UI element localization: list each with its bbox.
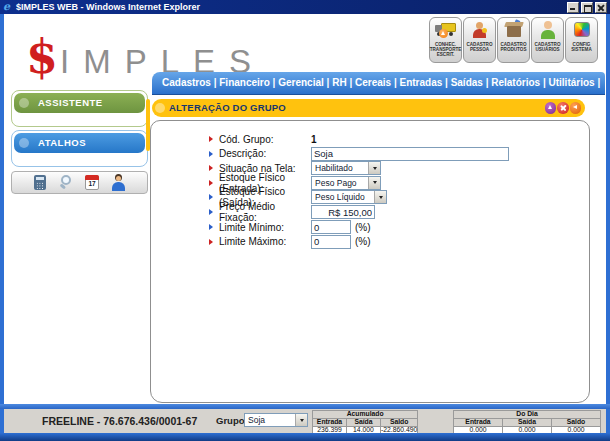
acumulado-table: Acumulado Entrada Saída Saldo 236.399 14… [312,410,418,434]
dropdown-arrow-icon [368,162,380,174]
atalhos-label: ATALHOS [38,137,86,148]
status-bar: FREELINE - 76.676.436/0001-67 Grupo: Soj… [4,409,606,433]
preco-medio-input[interactable] [311,205,375,219]
limite-minimo-input[interactable] [311,220,351,234]
panel-collapse-button[interactable] [545,102,557,114]
limite-minimo-suffix: (%) [355,222,371,233]
window-titlebar: e $IMPLES WEB - Windows Internet Explore… [0,0,610,14]
avatar-icon[interactable] [110,174,127,192]
main-menu-bar: Cadastros Financeiro Gerencial RH Cereai… [152,72,605,95]
menu-item-relatorios[interactable]: Relatórios [491,77,548,88]
toolbar-button-label: CADASTRO PESSOA [464,42,495,52]
grupo-select[interactable]: Soja [244,413,308,427]
limite-maximo-input[interactable] [311,235,351,249]
calendar-icon[interactable]: 17 [84,174,101,192]
toolbar-button-label: CADASTRO USUÁRIOS [532,42,563,52]
cod-grupo-label: Cód. Grupo: [219,134,311,145]
company-identifier: FREELINE - 76.676.436/0001-67 [42,409,197,433]
button-accent-dot [19,138,29,148]
panel-title: ALTERAÇÃO DO GRUPO [169,99,286,117]
toolbar-button-label: CADASTRO PRODUTOS [498,42,529,52]
estoque-entrada-select[interactable]: Peso Pago [311,176,381,190]
toolbar-button-label: CONFIG SISTEMA [566,42,597,52]
person-icon [467,20,493,41]
panel-title-bar: ALTERAÇÃO DO GRUPO [152,99,585,117]
panel-close-button[interactable] [557,102,569,114]
atalhos-button[interactable]: ATALHOS [14,133,145,153]
calendar-day: 17 [85,180,99,187]
toolbar-button-conhec-transporte[interactable]: CONHEC. TRANSPORTE ESCRIT. [429,17,462,63]
do-dia-header-saldo: Saldo [552,418,601,426]
menu-item-gerencial[interactable]: Gerencial [278,77,332,88]
field-bullet-icon [209,224,213,230]
truck-icon [433,20,459,41]
field-bullet-icon [209,151,213,157]
toolbar-button-cadastro-usuarios[interactable]: CADASTRO USUÁRIOS [531,17,564,63]
menu-item-cereais[interactable]: Cereais [355,77,400,88]
field-bullet-icon [209,136,213,142]
minimize-button[interactable] [567,2,579,13]
dropdown-arrow-icon [295,414,307,426]
do-dia-table: Do Dia Entrada Saída Saldo 0.000 0.000 0… [453,410,601,434]
estoque-saida-selected-value: Peso Líquido [315,192,365,202]
toolbar-button-label: CONHEC. TRANSPORTE ESCRIT. [430,42,462,57]
atalhos-panel: ATALHOS [11,130,148,167]
menu-item-saidas[interactable]: Saídas [451,77,492,88]
search-icon[interactable] [58,174,75,192]
menu-item-entradas[interactable]: Entradas [399,77,450,88]
panel-back-button[interactable] [570,102,582,114]
window-title: $IMPLES WEB - Windows Internet Explorer [16,2,567,12]
grupo-label: Grupo: [216,409,248,433]
sidebar-icon-bar: 17 [11,171,148,194]
maximize-button[interactable] [581,2,593,13]
package-icon [501,20,527,41]
estoque-entrada-selected-value: Peso Pago [315,178,357,188]
grupo-selected-value: Soja [248,415,265,425]
menu-item-rh[interactable]: RH [332,77,355,88]
content-panel: Cód. Grupo: 1 Descrição: Situação na Tel… [150,120,590,403]
field-bullet-icon [209,165,213,171]
menu-item-cadastros[interactable]: Cadastros [162,77,219,88]
assistente-panel: ASSISTENTE [11,90,148,127]
menu-item-financeiro[interactable]: Financeiro [219,77,278,88]
user-icon [535,20,561,41]
acumulado-header-saida: Saída [347,418,381,426]
limite-maximo-label: Limite Máximo: [219,236,311,247]
toolbar-button-config-sistema[interactable]: CONFIG SISTEMA [565,17,598,63]
field-bullet-icon [209,194,213,200]
page-background: $ IMPLES CONHEC. TRANSPORTE ESCRIT. CADA… [4,14,606,409]
assistente-button[interactable]: ASSISTENTE [14,93,145,113]
dropdown-arrow-icon [374,191,386,203]
estoque-saida-select[interactable]: Peso Líquido [311,190,387,204]
situacao-selected-value: Habilitado [315,163,353,173]
close-button[interactable] [595,2,607,13]
button-accent-dot [19,98,29,108]
limite-maximo-suffix: (%) [355,236,371,247]
browser-window: e $IMPLES WEB - Windows Internet Explore… [0,0,610,441]
color-fan-icon [569,20,595,41]
toolbar-button-cadastro-produtos[interactable]: CADASTRO PRODUTOS [497,17,530,63]
limite-minimo-label: Limite Mínimo: [219,222,311,233]
toolbar-button-cadastro-pessoa[interactable]: CADASTRO PESSOA [463,17,496,63]
internet-explorer-icon: e [3,2,13,12]
acumulado-header-saldo: Saldo [381,418,418,426]
field-bullet-icon [209,209,213,215]
assistente-label: ASSISTENTE [38,97,103,108]
field-bullet-icon [209,239,213,245]
do-dia-header-entrada: Entrada [454,418,503,426]
field-bullet-icon [209,180,213,186]
window-bottom-border [0,433,610,441]
logo-dollar-symbol: $ [26,30,58,84]
calculator-icon[interactable] [32,174,49,192]
menu-item-utilitarios[interactable]: Utilitários [549,77,601,88]
descricao-label: Descrição: [219,148,311,159]
descricao-input[interactable] [311,147,509,161]
acumulado-header-entrada: Entrada [313,418,347,426]
title-accent-dot [155,103,165,113]
situacao-select[interactable]: Habilitado [311,161,381,175]
dropdown-arrow-icon [368,177,380,189]
cod-grupo-value: 1 [311,134,317,145]
do-dia-header-saida: Saída [503,418,552,426]
